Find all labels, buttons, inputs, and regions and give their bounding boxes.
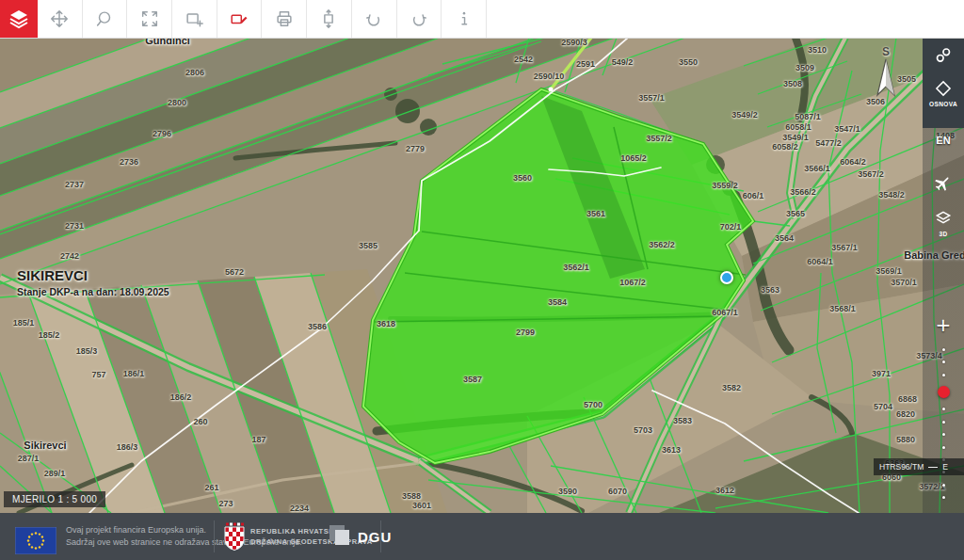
pan-tool-button[interactable]	[38, 0, 83, 38]
layers-3d-icon	[934, 209, 953, 228]
zoom-level-dot[interactable]	[942, 348, 945, 351]
north-arrow: S	[872, 45, 900, 102]
dkp-date-label: Stanje DKP-a na dan: 18.09.2025	[17, 286, 169, 297]
axis-label: E	[942, 462, 948, 472]
zoom-slider[interactable]	[923, 348, 964, 499]
eu-flag-icon	[15, 527, 56, 554]
share-icon	[933, 45, 954, 66]
footer-divider	[214, 520, 215, 552]
redo-tool-button[interactable]	[397, 0, 442, 38]
undo-tool-button[interactable]	[352, 0, 397, 38]
basemap-button[interactable]: OSNOVA	[923, 79, 964, 107]
language-label: EN	[936, 135, 950, 146]
crs-label: HTRS96/TM	[879, 462, 924, 472]
plane-icon	[934, 173, 953, 192]
zoom-level-dot[interactable]	[942, 446, 945, 449]
zoom-level-dot[interactable]	[942, 496, 945, 499]
basemap-label: OSNOVA	[929, 101, 957, 107]
footer: Ovaj projekt financira Europska unija. S…	[0, 513, 964, 560]
select-area-tool-button[interactable]	[172, 0, 217, 38]
dgu-logo: DGU	[328, 523, 392, 550]
north-label: S	[872, 45, 900, 58]
edit-area-icon	[229, 8, 249, 29]
redo-icon	[409, 8, 429, 29]
zoom-level-knob[interactable]	[938, 386, 950, 398]
view-3d-button[interactable]: 3D	[923, 209, 964, 237]
pan-icon	[49, 8, 70, 29]
toolbar	[0, 0, 964, 39]
footer-divider-2	[380, 520, 381, 552]
edit-area-tool-button[interactable]	[217, 0, 263, 38]
vertical-extent-icon	[318, 8, 339, 29]
language-button[interactable]: EN	[923, 135, 964, 146]
lasso-icon	[94, 8, 115, 29]
zoom-level-dot[interactable]	[942, 421, 945, 424]
zoom-level-dot[interactable]	[942, 433, 945, 436]
map-status-label: SIKIREVCI Stanje DKP-a na dan: 18.09.202…	[17, 267, 169, 297]
location-marker[interactable]	[720, 271, 733, 284]
fullscreen-tool-button[interactable]	[127, 0, 172, 38]
cadastral-municipality-label: SIKIREVCI	[17, 267, 169, 283]
layers-logo-button[interactable]	[0, 0, 38, 38]
north-arrow-icon	[875, 58, 897, 98]
zoom-level-dot[interactable]	[942, 374, 945, 376]
fullscreen-icon	[139, 8, 160, 29]
flight-view-button[interactable]	[923, 173, 964, 192]
coordinate-dash	[928, 467, 938, 468]
rotate-tool-button[interactable]	[83, 0, 128, 38]
zoom-in-button[interactable]: +	[923, 316, 964, 333]
geoportal-app: 2806280027962736273727312742277925422590…	[0, 0, 964, 560]
info-tool-button[interactable]	[442, 0, 487, 38]
croatian-coat-of-arms-icon	[224, 522, 245, 551]
share-button[interactable]	[923, 45, 964, 66]
right-sidebar: OSNOVA EN 3D +	[923, 38, 964, 513]
print-icon	[274, 8, 295, 29]
toolbar-filler	[487, 0, 964, 38]
zoom-level-dot[interactable]	[942, 408, 945, 410]
undo-icon	[363, 8, 384, 29]
layers-icon	[8, 8, 30, 30]
zoom-level-dot[interactable]	[942, 484, 945, 487]
vertical-extent-tool-button[interactable]	[307, 0, 352, 38]
view-3d-label: 3D	[939, 231, 947, 237]
dgu-logo-icon	[328, 523, 354, 550]
basemap-diamond-icon	[934, 79, 953, 98]
info-icon	[454, 8, 474, 29]
zoom-in-icon: +	[936, 316, 952, 333]
zoom-level-dot[interactable]	[942, 360, 945, 363]
coordinate-statusbar: HTRS96/TM E	[874, 458, 964, 475]
map-viewport[interactable]: 2806280027962736273727312742277925422590…	[0, 38, 964, 513]
select-area-icon	[184, 8, 204, 29]
dgu-logo-text: DGU	[358, 529, 392, 545]
print-tool-button[interactable]	[262, 0, 307, 38]
scale-badge: MJERILO 1 : 5 000	[4, 491, 105, 507]
